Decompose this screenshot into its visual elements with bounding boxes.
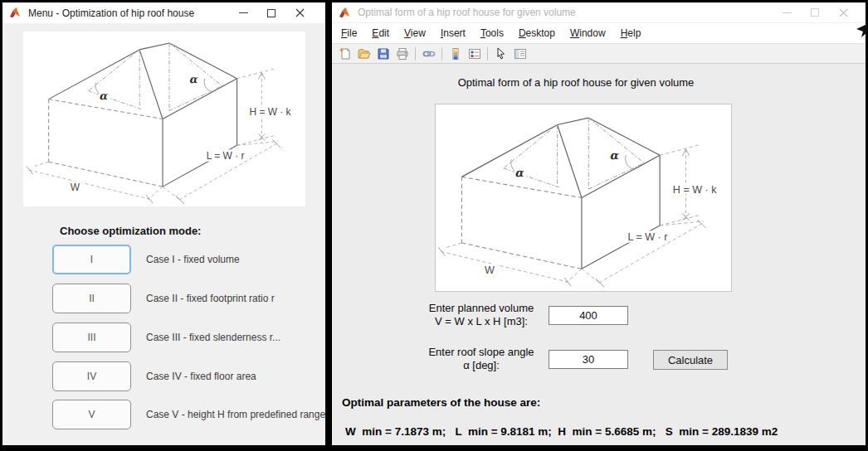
menu-view[interactable]: View [397,24,433,42]
toolbar-separator [487,47,488,61]
close-icon [295,8,305,17]
close-button[interactable] [285,4,314,22]
menu-edit[interactable]: Edit [364,24,397,42]
maximize-button[interactable] [257,4,285,22]
insert-legend-button[interactable] [465,45,484,62]
case-4-button[interactable]: IV [52,361,131,391]
close-button[interactable] [829,3,857,22]
minimize-icon [783,12,792,13]
case-2-button[interactable]: II [52,284,131,313]
figure-window-titlebar: Optimal form of a hip roof house for giv… [332,2,866,23]
h-dim-label: H = W · k [250,106,291,118]
figure-toolbar [332,44,866,64]
choose-mode-heading: Choose optimization mode: [60,225,201,237]
case-5-label: Case V - height H from predefined range [146,409,325,420]
toolbar-separator [415,47,416,61]
house-diagram-image-left: α α W L = W · r H = W · k [23,32,305,206]
angle-label-line1: Enter roof slope angle [414,346,549,359]
w-dim-label: W [71,182,80,193]
results-values: W min = 7.1873 m; L min = 9.8181 m; H mi… [345,425,778,438]
alpha-label: α [609,148,619,162]
screenshot-root: { "left_window": { "title": "Menu - Opti… [0,0,868,451]
case-3-button[interactable]: III [52,322,131,352]
minimize-button[interactable] [773,3,801,22]
mouse-cursor [856,24,868,37]
menubar: File Edit View Insert Tools Desktop Wind… [332,23,866,44]
case-3-label: Case III - fixed slenderness r... [146,332,280,343]
menu-tools[interactable]: Tools [473,24,511,42]
mode-row-4: IV Case IV - fixed floor area [52,361,256,391]
maximize-button[interactable] [801,3,829,22]
edit-plot-button[interactable] [491,45,510,62]
print-button[interactable] [393,45,412,62]
printer-icon [396,47,409,61]
menu-window-title: Menu - Optimization of hip roof house [28,7,194,19]
open-folder-icon [358,47,371,61]
link-icon [422,47,436,61]
alpha-label: α [514,166,524,179]
minimize-icon [239,12,248,13]
case-5-button[interactable]: V [52,400,131,429]
save-figure-button[interactable] [373,45,393,62]
volume-field-label: Enter planned volume V = W x L x H [m3]: [414,302,549,328]
calculate-button[interactable]: Calculate [653,350,728,370]
case-2-label: Case II - fixed footprint ratio r [146,293,275,304]
menu-help[interactable]: Help [613,24,649,42]
menu-insert[interactable]: Insert [433,24,473,42]
mode-row-3: III Case III - fixed slenderness r... [52,322,280,352]
alpha-label: α [189,73,198,85]
results-heading: Optimal parameters of the house are: [342,396,540,409]
figure-window: Optimal form of a hip roof house for giv… [332,2,866,445]
angle-field-label: Enter roof slope angle α [deg]: [414,346,549,372]
volume-input[interactable] [549,306,628,325]
figure-window-title: Optimal form of a hip roof house for giv… [358,7,576,18]
case-4-label: Case IV - fixed floor area [146,371,256,382]
volume-label-line2: V = W x L x H [m3]: [414,315,549,328]
cursor-arrow-icon [495,47,508,61]
angle-input[interactable] [549,350,628,369]
matlab-logo-icon [9,7,22,19]
angle-label-line2: α [deg]: [414,359,549,372]
property-panel-icon [514,47,527,61]
mode-row-5: V Case V - height H from predefined rang… [52,400,325,429]
toolbar-separator [441,47,442,61]
l-dim-label: L = W · r [207,150,245,162]
menu-window-titlebar: Menu - Optimization of hip roof house [2,2,325,23]
menu-file[interactable]: File [334,24,364,42]
new-figure-icon [339,47,352,61]
maximize-icon [811,8,819,17]
maximize-icon [267,9,276,17]
matlab-logo-icon [339,7,351,19]
close-icon [839,8,848,17]
menu-desktop[interactable]: Desktop [511,24,563,42]
case-1-label: Case I - fixed volume [146,254,240,265]
save-floppy-icon [377,47,390,61]
link-plot-button[interactable] [419,45,438,62]
w-dim-label: W [485,264,495,276]
minimize-button[interactable] [229,4,257,22]
legend-icon [468,47,481,61]
property-editor-button[interactable] [510,45,529,62]
menu-window: Menu - Optimization of hip roof house [2,2,325,445]
mode-row-1: I Case I - fixed volume [52,245,240,274]
mode-row-2: II Case II - fixed footprint ratio r [52,284,275,313]
colorbar-icon [449,47,462,61]
open-file-button[interactable] [354,45,373,62]
menu-window[interactable]: Window [563,24,613,42]
h-dim-label: H = W · k [673,184,717,196]
l-dim-label: L = W · r [627,231,667,243]
volume-label-line1: Enter planned volume [414,302,549,315]
insert-colorbar-button[interactable] [446,45,465,62]
figure-heading: Optimal form of a hip roof house for giv… [427,76,724,89]
case-1-button[interactable]: I [52,245,131,274]
new-figure-button[interactable] [335,45,354,62]
house-diagram-image-right: α α W L = W · r H = W · k [435,104,732,292]
alpha-label: α [99,90,108,102]
